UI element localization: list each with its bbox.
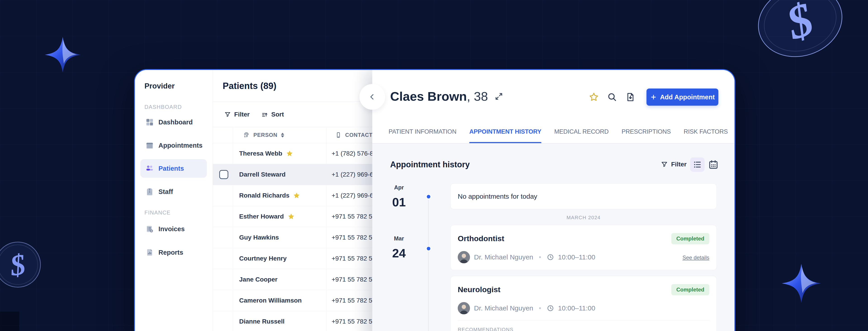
detail-tabs: PATIENT INFORMATION APPOINTMENT HISTORY … (389, 128, 728, 141)
tab-risk-factors[interactable]: RISK FACTORS (684, 128, 728, 141)
status-badge: Completed (671, 233, 709, 244)
patient-name: Cameron Williamson (239, 290, 302, 311)
sidebar-item-patients[interactable]: Patients (141, 159, 207, 178)
sort-button[interactable]: Sort (261, 102, 284, 127)
doctor-name: Dr. Michael Nguyen (474, 304, 533, 312)
sparkle-decoration-top-left (44, 36, 81, 73)
collapse-panel-button[interactable] (360, 84, 385, 110)
appointment-card[interactable]: Orthodontist Completed Dr. Michael Nguye… (450, 225, 717, 270)
sort-icon (261, 111, 268, 118)
patient-header: Claes Brown, 38 (390, 89, 504, 104)
avatar-placeholder-icon (458, 251, 470, 263)
clock-icon (547, 305, 554, 312)
filter-funnel-icon (661, 161, 668, 168)
filter-button[interactable]: Filter (224, 102, 250, 127)
sidebar-section-finance: FINANCE (145, 209, 170, 216)
sidebar: Provider DASHBOARD Dashboard Appointment… (135, 70, 213, 331)
see-details-link[interactable]: See details (682, 255, 709, 261)
invoices-icon: $ (145, 225, 154, 233)
timeline-month: Apr (383, 184, 415, 191)
expand-icon (494, 92, 504, 101)
patient-name-title: Claes Brown (390, 89, 467, 104)
add-appointment-button[interactable]: Add Appointment (647, 89, 718, 106)
document-download-icon (625, 92, 636, 102)
sidebar-item-label: Reports (158, 249, 183, 256)
section-title: Appointment history (390, 160, 470, 169)
appointment-history-section: Appointment history Filter (372, 143, 735, 331)
expand-button[interactable] (494, 92, 504, 101)
sidebar-item-invoices[interactable]: $ Invoices (141, 220, 207, 238)
sidebar-item-dashboard[interactable]: Dashboard (141, 113, 207, 131)
appointment-time: 10:00–11:00 (558, 253, 595, 261)
appointment-card[interactable]: Neurologist Completed Dr. Michael Nguyen (450, 276, 717, 331)
appointment-title: Neurologist (458, 285, 500, 294)
dot-separator (539, 307, 541, 309)
doctor-row: Dr. Michael Nguyen 10:00–11:00 (458, 302, 595, 315)
sidebar-item-label: Dashboard (158, 119, 193, 126)
sidebar-item-label: Patients (158, 165, 184, 172)
appointments-calendar-icon (145, 141, 154, 150)
export-document-button[interactable] (625, 92, 636, 103)
tab-appointment-history[interactable]: APPOINTMENT HISTORY (469, 128, 541, 141)
tab-patient-information[interactable]: PATIENT INFORMATION (389, 128, 456, 141)
appointment-time: 10:00–11:00 (558, 304, 595, 312)
month-group-label: MARCH 2024 (450, 215, 717, 221)
appointments-filter-label: Filter (671, 161, 686, 168)
fingerprint-icon (243, 132, 250, 138)
row-checkbox[interactable] (219, 170, 228, 179)
patient-name: Guy Hawkins (239, 227, 279, 248)
patient-name: Courtney Henry (239, 248, 287, 269)
patient-phone: +1 (227) 969-6 (332, 185, 373, 206)
no-appointments-card: No appointments for today (450, 183, 717, 209)
sort-label: Sort (271, 111, 284, 118)
patient-phone: +971 55 782 5 (332, 269, 372, 290)
patient-name: Ronald Richards (239, 185, 300, 206)
chevron-left-icon (368, 92, 377, 101)
sidebar-item-label: Invoices (158, 225, 185, 233)
patient-age: , 38 (467, 89, 488, 104)
patient-phone: +971 55 782 5 (332, 248, 372, 269)
dashboard-grid-icon (145, 118, 154, 126)
person-column-header[interactable]: PERSON (243, 127, 284, 143)
appointments-filter-button[interactable]: Filter (661, 161, 686, 168)
patient-name: Jane Cooper (239, 269, 278, 290)
star-outline-icon (589, 92, 599, 102)
dot-separator (539, 256, 541, 258)
patients-title: Patients (89) (223, 81, 276, 91)
timeline-dot (426, 246, 432, 252)
doctor-avatar (458, 251, 470, 263)
column-sort-arrows-icon[interactable] (281, 133, 284, 137)
app-title: Provider (145, 82, 175, 90)
patient-name: Darrell Steward (239, 164, 285, 185)
search-button[interactable] (607, 92, 617, 103)
patient-phone: +971 55 782 5 (332, 206, 372, 227)
filter-funnel-icon (224, 111, 231, 118)
patient-phone: +971 55 782 5 (332, 311, 372, 331)
sidebar-item-staff[interactable]: Staff (141, 183, 207, 201)
tab-medical-record[interactable]: MEDICAL RECORD (554, 128, 609, 141)
patient-name: Esther Howard (239, 206, 295, 227)
plus-icon (650, 94, 657, 100)
sidebar-item-label: Staff (158, 188, 173, 196)
corner-accent (0, 311, 19, 331)
sidebar-item-reports[interactable]: Reports (141, 243, 207, 262)
calendar-view-toggle[interactable] (708, 159, 719, 171)
sidebar-item-appointments[interactable]: Appointments (141, 136, 207, 155)
phone-icon (335, 132, 342, 138)
doctor-avatar (458, 302, 470, 314)
favorite-star-icon (287, 213, 295, 220)
patient-phone: +1 (782) 576-8 (332, 143, 373, 164)
timeline-line (428, 197, 429, 331)
timeline-day: 01 (383, 195, 415, 209)
tab-prescriptions[interactable]: PRESCRIPTIONS (622, 128, 671, 141)
filter-label: Filter (234, 111, 250, 118)
staff-scrubs-icon (145, 188, 154, 196)
recommendations-label: RECOMMENDATIONS (458, 327, 513, 331)
favorite-patient-button[interactable] (589, 92, 599, 103)
add-appointment-label: Add Appointment (660, 94, 715, 101)
list-view-toggle-active[interactable] (690, 157, 705, 172)
favorite-star-icon (286, 150, 293, 157)
timeline-month: Mar (383, 235, 415, 242)
dollar-coin-decoration-left: $ (0, 238, 44, 291)
sparkle-decoration-bottom-right (781, 263, 822, 304)
